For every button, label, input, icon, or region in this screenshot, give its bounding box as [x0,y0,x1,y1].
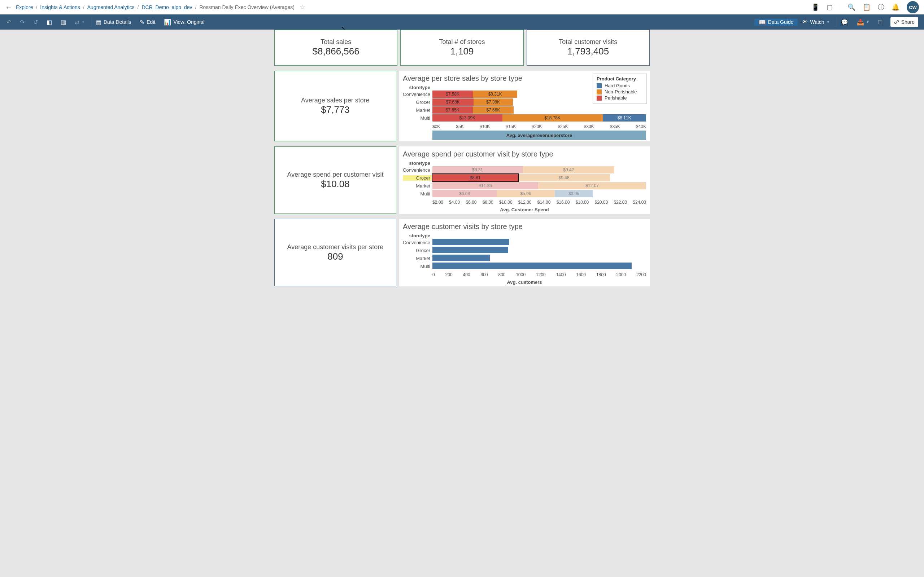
chart-legend[interactable]: Product CategoryHard GoodsNon-Perishable… [593,74,647,104]
kpi-value: 1,793,405 [567,46,609,57]
fullscreen-button[interactable]: ☐ [873,19,887,26]
chart-card[interactable]: Average per store sales by store typePro… [399,71,650,141]
cylinder-icon: ▥ [61,19,66,26]
redo-icon: ↷ [20,19,24,26]
bar-category-label: Grocer [403,175,432,181]
bar-segment[interactable]: $7.38K [473,98,513,106]
x-axis-title: Avg. Customer Spend [403,207,646,213]
bar-segment[interactable]: $8.31K [473,90,517,98]
search-icon[interactable]: 🔍 [848,3,855,11]
bar-segment[interactable]: $5.96 [497,190,554,197]
bar-segment[interactable]: $7.68K [432,98,473,106]
data-details-icon: ▤ [96,19,102,26]
kpi-row: Total sales$8,866,566Total # of stores1,… [274,29,650,66]
link-button[interactable]: ⇄▾ [70,15,89,29]
edit-button[interactable]: ✎Edit [135,15,160,29]
kpi-card[interactable]: Total sales$8,866,566 [274,29,397,66]
chart-title: Average customer visits by store type [403,222,646,231]
legend-swatch [597,83,602,89]
bar-segment[interactable]: $18.78K [502,114,603,121]
chart-bar-row[interactable]: Grocer$8.81$9.48 [403,174,646,182]
chart-card[interactable]: Average spend per customer visit by stor… [399,147,650,214]
view-dropdown[interactable]: 📊View: Original [160,15,208,29]
datasource-button[interactable]: ◧ [42,15,56,29]
legend-item[interactable]: Non-Perishable [597,89,643,95]
bar-segment[interactable]: $13.09K [432,114,502,121]
chart-bar-row[interactable]: Market$7.55K$7.66K [403,106,646,114]
eye-icon: 👁 [802,19,808,25]
download-dropdown[interactable]: 📥▾ [853,19,873,26]
bar-track: $13.09K$18.78K$8.11K [432,114,646,121]
legend-item[interactable]: Hard Goods [597,83,643,89]
x-tick: 1800 [596,272,606,277]
bar-segment[interactable]: $7.66K [473,106,514,114]
bar-segment[interactable]: $7.58K [432,90,473,98]
bar-category-label: Convenience [403,167,432,173]
legend-item[interactable]: Perishable [597,95,643,101]
notifications-icon[interactable]: 🔔 [892,3,900,11]
kpi-label: Total customer visits [559,38,617,46]
comments-button[interactable]: 💬 [837,19,853,26]
share-label: Share [901,19,914,25]
bar-segment[interactable] [432,247,508,253]
chart-bar-row[interactable]: Multi$13.09K$18.78K$8.11K [403,114,646,122]
help-icon[interactable]: ⓘ [878,3,884,11]
kpi-side-card[interactable]: Average spend per customer visit$10.08 [274,147,396,214]
bar-category-label: Convenience [403,240,432,245]
bar-category-label: Market [403,108,432,113]
device-preview-icon[interactable]: 📱 [811,3,819,11]
bar-segment[interactable] [432,255,490,261]
crumb-insights[interactable]: Insights & Actions [40,4,80,10]
bar-segment[interactable]: $3.95 [555,190,593,197]
bar-segment[interactable]: $6.63 [432,190,497,197]
bar-segment[interactable]: $9.42 [523,166,614,174]
favorite-star-icon[interactable]: ☆ [300,3,305,11]
user-avatar[interactable]: CW [907,1,919,13]
kpi-card[interactable]: Total # of stores1,109 [400,29,523,66]
bar-category-label: Multi [403,115,432,121]
crumb-current-view: Rossman Daily Exec Overview (Averages) [199,4,294,10]
tasks-icon[interactable]: 📋 [863,3,871,11]
kpi-side-card[interactable]: Average customer visits per store809 [274,219,396,286]
kpi-side-card[interactable]: Average sales per store$7,773 [274,71,396,141]
bar-segment[interactable]: $8.11K [603,114,646,121]
y-axis-title: storetype [403,233,430,239]
chart-bar-row[interactable]: Market$11.86$12.07 [403,182,646,190]
bar-segment[interactable]: $9.48 [518,174,610,181]
bar-category-label: Multi [403,191,432,197]
back-arrow-icon[interactable]: ← [5,3,12,11]
crumb-project[interactable]: DCR_Demo_alpo_dev [142,4,192,10]
kpi-value: $7,773 [321,104,350,115]
bar-segment[interactable] [432,263,632,269]
chart-bar-row[interactable]: Convenience$9.31$9.42 [403,166,646,174]
replay-button[interactable]: ↺ [29,15,42,29]
data-details-button[interactable]: ▤Data Details [92,15,135,29]
bar-segment[interactable]: $8.81 [432,174,518,181]
view-toolbar: ↶ ↷ ↺ ◧ ▥ ⇄▾ ▤Data Details ✎Edit 📊View: … [0,15,924,29]
chart-bar-row[interactable]: Multi$6.63$5.96$3.95 [403,190,646,198]
bar-segment[interactable]: $12.07 [538,182,646,189]
share-button[interactable]: ☍Share [890,17,918,27]
redo-button[interactable]: ↷ [16,15,29,29]
datasource-alt-button[interactable]: ▥ [56,15,70,29]
chart-bar-row[interactable]: Market [403,254,646,262]
chart-bar-row[interactable]: Grocer [403,246,646,254]
crumb-augmented[interactable]: Augmented Analytics [87,4,135,10]
x-tick: $20.00 [594,200,608,205]
data-guide-button[interactable]: 📖Data Guide [754,19,798,26]
datasource-icon[interactable]: ▢ [827,3,833,11]
bar-track: $7.55K$7.66K [432,106,646,114]
chart-bar-row[interactable]: Convenience [403,239,646,246]
bar-segment[interactable]: $7.55K [432,106,473,114]
watch-dropdown[interactable]: 👁Watch▾ [798,19,833,25]
undo-button[interactable]: ↶ [2,15,16,29]
chart-card[interactable]: Average customer visits by store typesto… [399,219,650,286]
bar-segment[interactable]: $9.31 [432,166,523,174]
chart-title: Average spend per customer visit by stor… [403,150,646,158]
chart-bar-row[interactable]: Multi [403,262,646,270]
crumb-explore[interactable]: Explore [16,4,33,10]
x-tick: 1000 [516,272,525,277]
bar-segment[interactable] [432,239,509,245]
kpi-card[interactable]: Total customer visits1,793,405 [527,29,650,66]
bar-segment[interactable]: $11.86 [432,182,538,189]
